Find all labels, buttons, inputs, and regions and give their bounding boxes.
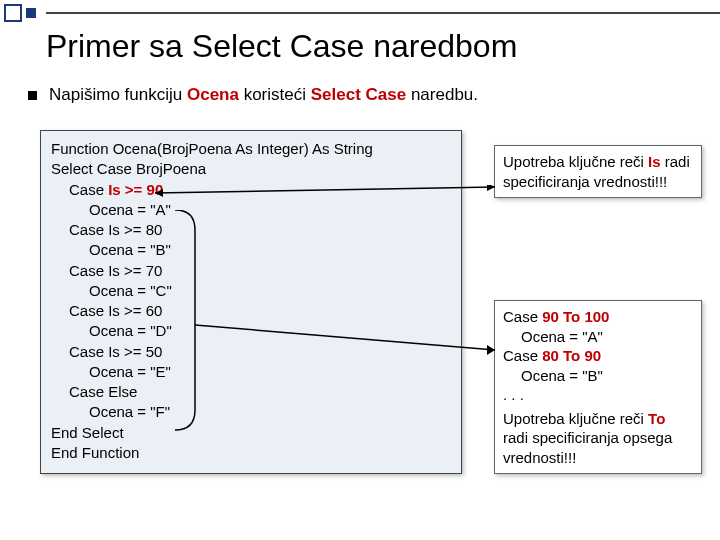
code-box: Function Ocena(BrojPoena As Integer) As … [40,130,462,474]
note2-l1b: 90 To 100 [542,308,609,325]
code-case-60: Case Is >= 60 [51,301,451,321]
note2-l1: Case 90 To 100 [503,307,693,327]
bullet-post: naredbu. [406,85,478,104]
note2-l3: Case 80 To 90 [503,346,693,366]
code-endfn: End Function [51,444,139,461]
code-a90: Ocena = "A" [51,200,451,220]
note2-l1a: Case [503,308,542,325]
note2-l5: . . . [503,385,693,405]
slide-title: Primer sa Select Case naredbom [46,28,517,65]
note1-t1: Upotreba ključne reči [503,153,648,170]
code-l1: Function Ocena(BrojPoena As Integer) As … [51,140,373,157]
code-case-70: Case Is >= 70 [51,261,451,281]
note2-l2: Ocena = "A" [503,327,693,347]
note-box-is: Upotreba ključne reči Is radi specificir… [494,145,702,198]
bullet-kw: Select Case [311,85,406,104]
note2-l3b: 80 To 90 [542,347,601,364]
bullet-mid: koristeći [239,85,311,104]
note2-to: To [648,410,665,427]
code-case-90-expr: Is >= 90 [108,181,163,198]
code-aelse: Ocena = "F" [51,402,451,422]
code-case-90: Case Is >= 90 [51,180,451,200]
code-case-kw: Case [69,181,108,198]
note2-t2: radi specificiranja opsega vrednosti!!! [503,429,672,466]
bullet-text: Napišimo funkciju Ocena koristeći Select… [49,85,478,105]
note2-l3a: Case [503,347,542,364]
deco-square-large [4,4,22,22]
code-a80: Ocena = "B" [51,240,451,260]
bullet-line: Napišimo funkciju Ocena koristeći Select… [28,85,700,105]
code-case-50: Case Is >= 50 [51,342,451,362]
deco-square-small [26,8,36,18]
header-decoration [4,4,720,22]
note2-text: Upotreba ključne reči To radi specificir… [503,409,693,468]
code-endselect: End Select [51,424,124,441]
code-l2: Select Case BrojPoena [51,160,206,177]
note2-t1: Upotreba ključne reči [503,410,648,427]
bullet-icon [28,91,37,100]
code-a50: Ocena = "E" [51,362,451,382]
bullet-fn: Ocena [187,85,239,104]
code-a60: Ocena = "D" [51,321,451,341]
bullet-pre: Napišimo funkciju [49,85,187,104]
code-a70: Ocena = "C" [51,281,451,301]
code-case-else: Case Else [51,382,451,402]
deco-line [46,12,720,14]
note1-is: Is [648,153,661,170]
note-box-to: Case 90 To 100 Ocena = "A" Case 80 To 90… [494,300,702,474]
code-case-80: Case Is >= 80 [51,220,451,240]
note2-l4: Ocena = "B" [503,366,693,386]
